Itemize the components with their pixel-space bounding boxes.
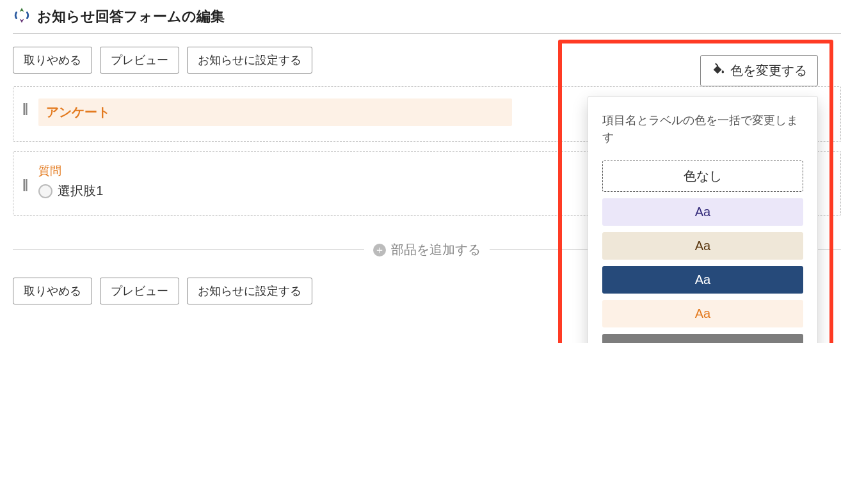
cancel-button[interactable]: 取りやめる <box>13 47 92 74</box>
paint-bucket-icon <box>711 62 725 79</box>
color-swatch-none[interactable]: 色なし <box>602 161 803 192</box>
radio-icon[interactable] <box>38 184 52 198</box>
color-swatch-gray[interactable]: Aa <box>602 334 803 343</box>
survey-label: アンケート <box>38 98 512 126</box>
apply-to-notice-button[interactable]: お知らせに設定する <box>187 278 312 304</box>
preview-button[interactable]: プレビュー <box>100 47 179 74</box>
add-component-button[interactable]: ＋ 部品を追加する <box>364 241 490 258</box>
app-icon <box>13 6 31 27</box>
page-header: お知らせ回答フォームの編集 <box>13 6 841 34</box>
color-swatch-lavender[interactable]: Aa <box>602 198 803 226</box>
apply-to-notice-button[interactable]: お知らせに設定する <box>187 47 312 74</box>
color-swatch-orange[interactable]: Aa <box>602 300 803 327</box>
color-swatch-navy[interactable]: Aa <box>602 266 803 294</box>
color-swatch-tan[interactable]: Aa <box>602 232 803 260</box>
separator-line <box>13 249 364 250</box>
drag-handle-icon[interactable]: || <box>22 177 27 192</box>
page-title: お知らせ回答フォームの編集 <box>37 7 225 26</box>
color-change-popover: 項目名とラベルの色を一括で変更します 色なし Aa Aa Aa Aa Aa Aa… <box>588 96 818 343</box>
plus-icon: ＋ <box>373 244 386 256</box>
change-color-label: 色を変更する <box>730 62 807 79</box>
cancel-button[interactable]: 取りやめる <box>13 278 92 304</box>
popover-title: 項目名とラベルの色を一括で変更します <box>602 112 803 146</box>
add-component-label: 部品を追加する <box>391 241 481 258</box>
preview-button[interactable]: プレビュー <box>100 278 179 304</box>
change-color-button[interactable]: 色を変更する <box>700 55 818 86</box>
drag-handle-icon[interactable]: || <box>22 101 27 116</box>
option-label: 選択肢1 <box>58 182 103 200</box>
